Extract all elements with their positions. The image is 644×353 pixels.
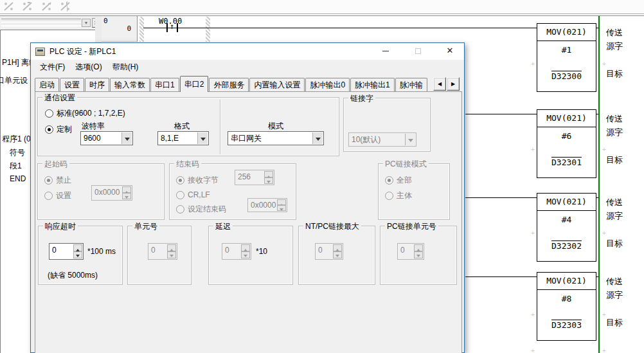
instruction-mnemonic: MOV(021) (537, 110, 596, 127)
link-words-select: 10(默认) (348, 132, 416, 147)
format-select[interactable]: 8,1,E (157, 131, 209, 145)
response-timeout-value: 0 (52, 246, 57, 255)
menu-help[interactable]: 帮助(H) (107, 60, 144, 75)
spinner-down-icon (333, 251, 342, 258)
grayed-tool-icon[interactable] (21, 1, 34, 12)
baud-rate-label: 波特率 (82, 121, 105, 132)
tree-item-symbols[interactable]: 符号 (10, 147, 25, 158)
radio-icon (385, 192, 393, 200)
tree-item-unit-settings[interactable]: 口单元设 (0, 75, 28, 86)
menu-file[interactable]: 文件(F) (35, 60, 70, 75)
pane-divider-line (0, 14, 644, 14)
grayed-tool-icon[interactable] (59, 1, 72, 12)
tab-builtin-input-settings[interactable]: 内置输入设置 (249, 78, 305, 91)
spinner-up-icon (167, 244, 176, 251)
response-timeout-spinner[interactable]: 0 (49, 243, 84, 260)
pc-link-master-radio: 主体 (385, 190, 412, 201)
tab-serial-port-1[interactable]: 串口1 (150, 78, 179, 91)
set-end-code-radio: 设定结束码 (176, 204, 226, 215)
standard-radio[interactable]: 标准(9600 ; 1,7,2,E) (45, 108, 125, 119)
radio-label: 接收字节 (188, 175, 219, 186)
grayed-tool-icon[interactable] (40, 1, 53, 12)
radio-label: CR,LF (188, 190, 210, 199)
radio-label: 设置 (56, 190, 71, 201)
spinner-down-icon (122, 193, 131, 199)
spinner-down-icon (264, 177, 273, 184)
tab-pulse-output-0[interactable]: 脉冲输出0 (305, 78, 350, 91)
tab-settings[interactable]: 设置 (60, 78, 84, 91)
chevron-down-icon[interactable] (197, 132, 208, 144)
timeout-default-note: (缺省 5000ms) (48, 270, 98, 281)
radio-label: 全部 (397, 175, 412, 186)
grayed-tool-icon[interactable] (3, 1, 15, 12)
delay-value: 0 (225, 246, 229, 255)
tree-item-section1[interactable]: 段1 (10, 161, 22, 172)
tree-item-program1[interactable]: 程序1 (0 (2, 134, 31, 145)
rung-wire (465, 276, 537, 277)
chevron-down-icon[interactable] (121, 132, 132, 144)
set-end-code-value: 0x0000 (251, 201, 276, 210)
radio-label: 设定结束码 (188, 204, 226, 215)
mov-instruction-block[interactable]: MOV(021) #6 D32301 (537, 109, 596, 178)
start-code-set-radio: 设置 (44, 190, 71, 201)
spinner-up-icon (264, 171, 273, 177)
mov-instruction-block[interactable]: MOV(021) #4 D32302 (537, 193, 596, 262)
pc-link-unit-number-spinner: 0 (397, 243, 424, 260)
group-label: 通信设置 (42, 93, 77, 104)
baud-rate-value: 9600 (84, 134, 101, 143)
custom-radio[interactable]: 定制 (45, 124, 72, 135)
rung-wire (465, 197, 537, 198)
timeout-unit-label: *100 ms (87, 247, 116, 256)
rung-margin-hatch (139, 17, 144, 42)
toolbar (0, 0, 644, 14)
mode-label: 模式 (268, 121, 283, 132)
radio-label: 禁止 (56, 175, 71, 186)
tab-serial-port-2[interactable]: 串口2 (180, 76, 209, 92)
tab-startup[interactable]: 启动 (35, 78, 59, 91)
radio-icon (45, 109, 53, 118)
radio-checked-icon (44, 176, 53, 185)
instruction-comment: 传送 (606, 197, 623, 208)
group-label: 延迟 (213, 221, 233, 232)
spinner-up-icon (122, 186, 131, 193)
spinner-up-icon[interactable] (73, 244, 82, 251)
tab-pulse-output-2[interactable]: 脉冲输 (395, 78, 427, 91)
menu-options[interactable]: 选项(O) (70, 60, 107, 75)
mov-instruction-block[interactable]: MOV(021) #8 D32303 (537, 272, 596, 341)
tree-item-end[interactable]: END (10, 174, 26, 183)
grid-mark: + (531, 147, 535, 153)
plc-settings-dialog[interactable]: PLC 设定 - 新PLC1 ✕ 文件(F) 选项(O) 帮助(H) 启动 设置… (30, 42, 465, 353)
tab-pulse-output-1[interactable]: 脉冲输出1 (350, 78, 395, 91)
chevron-down-icon[interactable]: ▼ (82, 19, 91, 27)
spinner-down-icon[interactable] (73, 251, 82, 258)
tab-input-constants[interactable]: 输入常数 (110, 78, 150, 91)
instruction-mnemonic: MOV(021) (537, 24, 596, 41)
rung-header-cell[interactable]: 0 0 (102, 16, 138, 42)
dialog-titlebar[interactable]: PLC 设定 - 新PLC1 (31, 43, 464, 60)
spinner-up-icon (241, 244, 250, 251)
mov-instruction-block[interactable]: MOV(021) #1 D32300 (537, 23, 596, 92)
spinner-up-icon (277, 199, 286, 205)
radio-label: 标准(9600 ; 1,7,2,E) (57, 108, 125, 119)
group-label: NT/PC链接最大 (303, 221, 361, 232)
mode-select[interactable]: 串口网关 (228, 131, 324, 145)
unit-number-value: 0 (151, 246, 156, 255)
tab-external-service[interactable]: 外部服务 (209, 78, 249, 91)
tab-scroll-left-icon[interactable]: ◀ (433, 77, 446, 91)
close-button[interactable]: ✕ (440, 44, 460, 58)
baud-rate-select[interactable]: 9600 (80, 131, 133, 145)
link-words-value: 10(默认) (352, 135, 380, 144)
tab-scroll-right-icon[interactable]: ▶ (447, 77, 460, 91)
chevron-down-icon[interactable] (312, 132, 323, 144)
group-label: 链接字 (348, 93, 375, 104)
set-end-code-spinner: 0x0000 (247, 198, 287, 212)
dialog-title: PLC 设定 - 新PLC1 (49, 46, 116, 57)
address-combobox[interactable] (1, 19, 81, 27)
instruction-dest-operand: D32303 (537, 320, 596, 330)
operand-comment: 源字 (606, 210, 623, 222)
grid-mark: + (602, 312, 606, 318)
tab-timing[interactable]: 时序 (85, 78, 109, 91)
delay-spinner: 0 (222, 243, 251, 260)
spinner-down-icon (241, 251, 250, 258)
minimize-button[interactable] (375, 44, 396, 58)
